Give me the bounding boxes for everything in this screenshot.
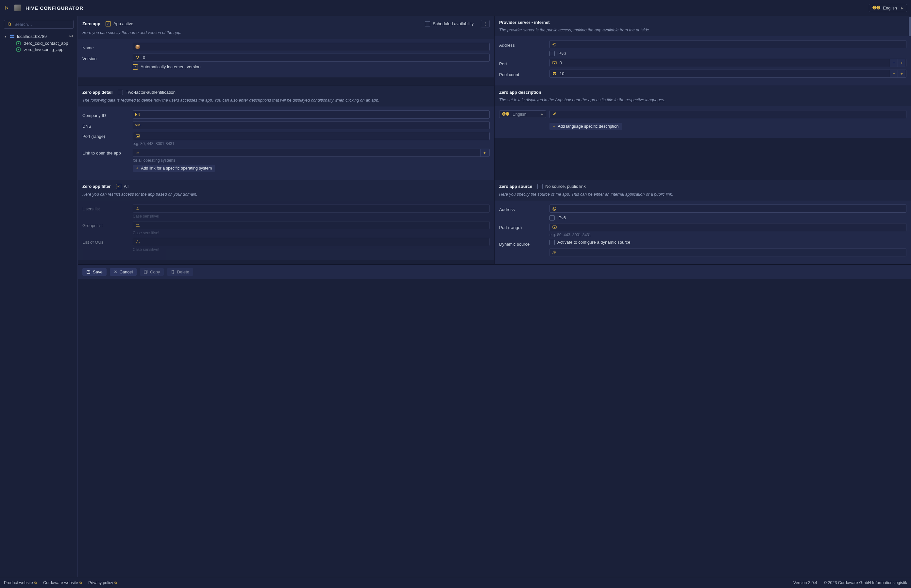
- section-title-provider: Provider server - internet: [499, 20, 550, 25]
- provider-ipv6-checkbox[interactable]: IPv6: [550, 51, 906, 56]
- delete-button[interactable]: Delete: [167, 268, 193, 276]
- provider-port-input[interactable]: [558, 59, 890, 67]
- tfa-checkbox[interactable]: Two-factor-authentification: [118, 90, 175, 95]
- address-label: Address: [499, 41, 550, 48]
- svg-rect-19: [137, 136, 139, 137]
- name-label: Name: [83, 44, 133, 50]
- section-title-source: Zero app source: [499, 184, 532, 189]
- scrollbar[interactable]: [908, 16, 911, 577]
- id-card-icon: [134, 113, 142, 116]
- svg-rect-10: [554, 63, 555, 64]
- close-icon: ✕: [114, 270, 117, 275]
- save-icon: [86, 270, 91, 274]
- link-hint: for all operating systems: [133, 158, 490, 163]
- port-range-hint: e.g. 80, 443, 8001-8431: [133, 141, 490, 146]
- link-add-button[interactable]: +: [480, 149, 489, 157]
- section-desc: Here you can restrict access for the app…: [83, 192, 490, 197]
- name-input[interactable]: [142, 43, 489, 51]
- source-port-range-input[interactable]: [558, 223, 905, 231]
- cancel-button[interactable]: ✕ Cancel: [110, 268, 137, 276]
- svg-rect-3: [10, 37, 15, 38]
- pool-decrement[interactable]: −: [890, 70, 898, 78]
- copy-button[interactable]: Copy: [140, 268, 164, 276]
- tree-item[interactable]: zero_hiveconfig_app: [16, 46, 74, 53]
- dynamic-source-input[interactable]: [558, 249, 905, 256]
- port-label: Port: [499, 60, 550, 66]
- chevron-right-icon: ▶: [540, 112, 543, 116]
- pool-increment[interactable]: +: [898, 70, 905, 78]
- tree-root[interactable]: ▾ localhost:63789: [4, 33, 74, 40]
- port-range-input[interactable]: [142, 132, 489, 140]
- svg-rect-13: [555, 74, 557, 75]
- checkbox-icon: [118, 90, 123, 95]
- checkbox-icon: ✓: [116, 184, 121, 189]
- regex-icon: .✱: [550, 250, 558, 255]
- add-os-link-button[interactable]: + Add link for a specific operating syst…: [133, 165, 215, 172]
- company-id-input[interactable]: [142, 111, 489, 118]
- no-source-checkbox[interactable]: No source, public link: [537, 184, 586, 189]
- caret-down-icon: ▾: [5, 35, 8, 38]
- add-language-description-button[interactable]: + Add language specific description: [550, 123, 622, 130]
- section-title-filter: Zero app filter: [83, 184, 111, 189]
- app-box-icon: [16, 41, 21, 45]
- at-icon: @: [550, 206, 558, 211]
- svg-point-21: [136, 224, 138, 225]
- save-button[interactable]: Save: [83, 268, 107, 276]
- package-icon: 📦: [134, 44, 142, 49]
- users-list-label: Users list: [83, 205, 133, 212]
- source-port-range-label: Port (range): [499, 223, 550, 230]
- external-link-icon: ⧉: [115, 581, 117, 585]
- dns-input[interactable]: [142, 121, 489, 129]
- checkbox-icon: [537, 184, 543, 189]
- search-box[interactable]: [4, 20, 74, 29]
- ous-list-input[interactable]: [142, 238, 489, 246]
- svg-rect-25: [139, 242, 139, 243]
- version-label: Version: [83, 54, 133, 61]
- ous-list-label: List of OUs: [83, 238, 133, 245]
- checkbox-icon: [425, 21, 430, 26]
- svg-rect-30: [145, 270, 147, 273]
- description-language-select[interactable]: 🅒🅒 English ▶: [499, 110, 546, 118]
- product-website-link[interactable]: Product website ⧉: [4, 580, 37, 585]
- dynamic-source-checkbox[interactable]: Activate to configure a dynamic source: [550, 240, 906, 245]
- section-title-detail: Zero app detail: [83, 90, 112, 95]
- auto-increment-checkbox[interactable]: ✓ Automatically increment version: [133, 65, 490, 69]
- port-increment[interactable]: +: [898, 59, 905, 67]
- external-link-icon: ⧉: [79, 581, 82, 585]
- description-input[interactable]: [558, 110, 905, 118]
- svg-point-4: [70, 36, 71, 37]
- provider-address-input[interactable]: [558, 40, 905, 48]
- chevron-right-icon: ▶: [901, 6, 903, 10]
- app-active-checkbox[interactable]: ✓ App active: [105, 21, 133, 26]
- more-options-button[interactable]: ⋮: [481, 20, 490, 27]
- version-icon: V: [134, 55, 142, 60]
- server-icon: [10, 34, 15, 39]
- filter-all-checkbox[interactable]: ✓ All: [116, 184, 128, 189]
- language-selector[interactable]: 🅒🅒 English ▶: [869, 4, 907, 12]
- pool-icon: [550, 72, 558, 76]
- svg-rect-28: [87, 270, 89, 271]
- dns-icon: DNS: [134, 124, 142, 127]
- groups-list-label: Groups list: [83, 221, 133, 228]
- case-sensitive-hint: Case sensitive!: [133, 231, 490, 235]
- version-input[interactable]: [142, 54, 489, 61]
- search-input[interactable]: [15, 22, 70, 27]
- groups-list-input[interactable]: [142, 221, 489, 229]
- at-icon: @: [550, 42, 558, 47]
- privacy-policy-link[interactable]: Privacy policy ⧉: [88, 580, 117, 585]
- source-ipv6-checkbox[interactable]: IPv6: [550, 215, 906, 221]
- cordaware-website-link[interactable]: Cordaware website ⧉: [43, 580, 82, 585]
- users-list-input[interactable]: [142, 205, 489, 212]
- link-input[interactable]: [142, 149, 480, 157]
- sidebar-collapse-button[interactable]: [4, 4, 10, 12]
- port-range-label: Port (range): [83, 132, 133, 139]
- svg-rect-11: [553, 72, 557, 73]
- svg-rect-29: [144, 271, 146, 274]
- broadcast-icon[interactable]: [69, 35, 73, 38]
- scheduled-availability-checkbox[interactable]: Scheduled availability: [425, 21, 474, 26]
- pool-count-input[interactable]: [558, 70, 890, 78]
- source-address-input[interactable]: [558, 205, 905, 212]
- tree-item[interactable]: zero_coid_contact_app: [16, 40, 74, 46]
- svg-rect-27: [554, 227, 555, 228]
- port-decrement[interactable]: −: [890, 59, 898, 67]
